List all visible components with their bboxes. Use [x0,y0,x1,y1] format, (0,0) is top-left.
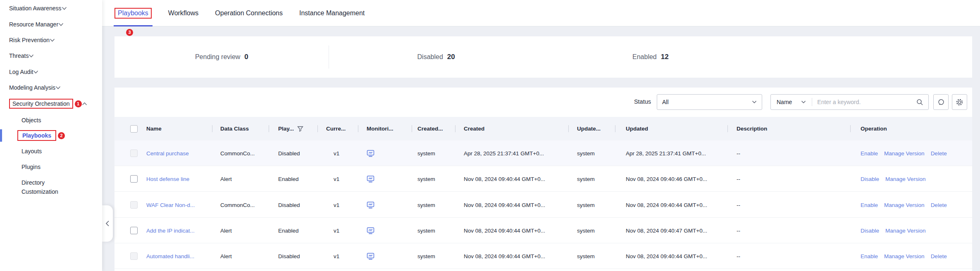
stat-enabled[interactable]: Enabled12 [544,36,758,78]
delete-link[interactable]: Delete [931,150,947,157]
sidebar-item-situation-awareness[interactable]: Situation Awareness [0,0,102,16]
data-class-cell: Alert [220,166,232,192]
sidebar-item-resource-manager[interactable]: Resource Manager [0,17,102,32]
tabs-bar: Playbooks3WorkflowsOperation Connections… [102,0,980,26]
sidebar-item-layouts[interactable]: Layouts [0,143,102,159]
playbook-name-cell: Central purchase [146,140,189,166]
search-icon[interactable] [916,99,923,106]
monitor-chart-icon[interactable] [366,150,375,157]
description-cell: -- [737,140,740,166]
status-filter-select[interactable]: All [657,94,762,110]
row-checkbox[interactable] [130,227,138,234]
created-cell: Nov 08, 2024 09:40:44 GMT+0... [464,166,545,192]
data-class-cell: Alert [220,218,232,243]
column-header-label: Updated [626,126,648,132]
manage-version-link[interactable]: Manage Version [884,150,925,157]
column-header-data-class: Data Class [220,117,249,140]
monitor-chart-icon[interactable] [366,201,375,209]
column-header-play-: Play... [278,117,303,140]
monitoring-cell [366,218,375,243]
manage-version-link[interactable]: Manage Version [884,253,925,259]
chevron-down-icon [50,38,55,42]
play-status-cell: Disabled [278,140,300,166]
chevron-down-icon [62,7,67,10]
playbook-name-link[interactable]: Add the IP indicat... [146,228,195,234]
enable-link[interactable]: Enable [861,253,878,259]
status-filter-label: Status [615,98,651,105]
refresh-button[interactable] [933,94,949,110]
enable-link[interactable]: Enable [861,150,878,157]
tab-instance-management[interactable]: Instance Management [299,0,365,26]
sidebar-item-label: Log Audit [9,69,33,75]
sidebar-item-plugins[interactable]: Plugins [0,159,102,175]
tab-operation-connections[interactable]: Operation Connections [215,0,283,26]
sidebar-item-threats[interactable]: Threats [0,48,102,64]
disable-link[interactable]: Disable [861,228,879,234]
table-header-row: NameData ClassPlay...Curre...Monitori...… [114,117,972,140]
playbook-name-link[interactable]: WAF Clear Non-d... [146,202,195,208]
status-filter-value: All [662,99,669,105]
manage-version-link[interactable]: Manage Version [884,202,925,208]
tab-playbooks[interactable]: Playbooks3 [114,0,152,26]
playbook-stats-card: Pending review0Disabled20Enabled12 [114,36,972,78]
tab-workflows[interactable]: Workflows [168,0,199,26]
stat-value: 12 [661,53,669,61]
monitoring-cell [366,243,375,269]
search-column-select[interactable]: Name [771,95,812,109]
column-header-update-: Update... [577,117,601,140]
chevron-left-icon [105,220,110,227]
created-cell: Nov 08, 2024 09:40:44 GMT+0... [464,192,545,218]
playbook-name-cell: Add the IP indicat... [146,218,195,243]
stat-disabled[interactable]: Disabled20 [329,36,544,78]
delete-link[interactable]: Delete [931,202,947,208]
column-header-label: Name [146,126,162,132]
sidebar-item-label: Situation Awareness [9,5,62,12]
sidebar-item-security-orchestration[interactable]: Security Orchestration1 [0,96,102,112]
playbook-name-cell: Automated handli... [146,243,194,269]
created-by-cell: system [417,166,435,192]
updated-cell: Nov 08, 2024 09:40:47 GMT+0... [626,218,707,243]
column-header-label: Created... [417,126,443,132]
chevron-up-icon [82,102,87,106]
sidebar-item-log-audit[interactable]: Log Audit [0,64,102,80]
annotation-badge: 2 [58,132,65,139]
monitor-chart-icon[interactable] [366,175,375,183]
stat-label: Disabled [417,53,443,61]
playbook-name-link[interactable]: Automated handli... [146,253,194,259]
filter-funnel-icon[interactable] [297,126,303,132]
playbook-name-link[interactable]: Host defense line [146,176,189,182]
column-header-monitori-: Monitori... [367,117,393,140]
row-checkbox[interactable] [130,175,138,183]
settings-button[interactable] [952,94,967,110]
chevron-down-icon [58,23,64,26]
updated-by-cell: system [577,218,595,243]
sidebar-collapse-handle[interactable] [102,205,113,242]
manage-version-link[interactable]: Manage Version [885,228,926,234]
select-all-checkbox[interactable] [130,125,138,133]
updated-by-cell: system [577,140,595,166]
manage-version-link[interactable]: Manage Version [885,176,926,182]
sidebar-item-modeling-analysis[interactable]: Modeling Analysis [0,80,102,95]
sidebar-item-directory-customization[interactable]: DirectoryCustomization [0,177,102,200]
keyword-search-input[interactable] [812,99,916,105]
disable-link[interactable]: Disable [861,176,879,182]
column-divider [850,125,851,132]
updated-cell: Nov 08, 2024 09:40:46 GMT+0... [626,166,707,192]
stat-pending-review[interactable]: Pending review0 [114,36,329,78]
monitor-chart-icon[interactable] [366,227,375,235]
stat-value: 0 [244,53,248,61]
column-divider [317,125,318,132]
table-row: WAF Clear Non-d...CommonCo...Disabledv1s… [114,192,972,218]
delete-link[interactable]: Delete [931,253,947,259]
column-header-label: Data Class [220,126,249,132]
sidebar-item-label: Resource Manager [9,21,58,28]
sidebar-item-label: Directory [21,178,102,187]
sidebar-item-playbooks[interactable]: Playbooks2 [0,128,102,143]
playbook-name-link[interactable]: Central purchase [146,150,189,157]
sidebar-item-label: Risk Prevention [9,37,50,43]
enable-link[interactable]: Enable [861,202,878,208]
sidebar-item-risk-prevention[interactable]: Risk Prevention [0,32,102,48]
sidebar-item-objects[interactable]: Objects [0,112,102,128]
monitor-chart-icon[interactable] [366,252,375,260]
column-header-label: Update... [577,126,601,132]
